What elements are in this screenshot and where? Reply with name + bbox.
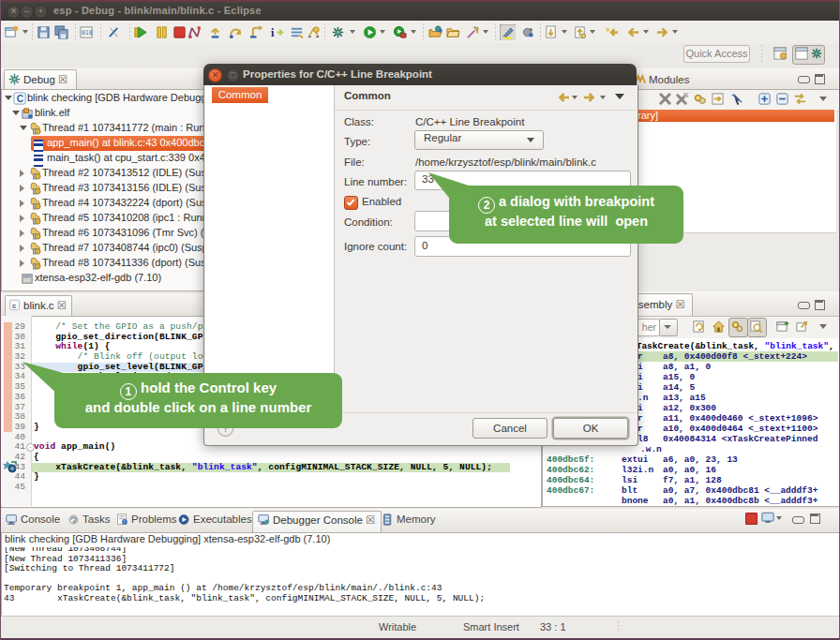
svg-text:010: 010 [82,29,93,37]
svg-text:c: c [12,302,16,310]
svg-text:!: ! [124,520,125,525]
svg-text:C: C [17,94,24,104]
svg-text:i: i [271,26,275,39]
